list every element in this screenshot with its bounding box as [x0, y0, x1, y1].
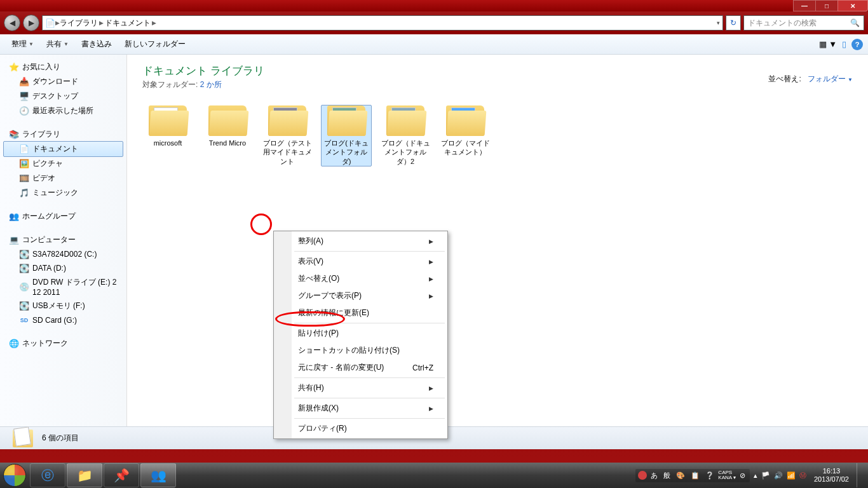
- sidebar-item-music[interactable]: 🎵ミュージック: [0, 186, 126, 200]
- folder-icon: [149, 105, 187, 136]
- toolbar-share[interactable]: 共有 ▼: [40, 36, 75, 52]
- library-locations-link[interactable]: 2 か所: [200, 80, 222, 89]
- ime-toolbar[interactable]: あ 般 🎨 📋 ❔ CAPSKANA ▾ ⊘: [635, 469, 750, 482]
- sidebar-item-documents[interactable]: 📄ドキュメント: [3, 141, 123, 157]
- toolbar-organize[interactable]: 整理 ▼: [5, 36, 40, 52]
- sidebar-homegroup-header[interactable]: 👥ホームグループ: [0, 209, 126, 224]
- address-bar[interactable]: 📄 ▶ ライブラリ ▶ ドキュメント ▶ ▾: [42, 15, 723, 30]
- sort-value[interactable]: フォルダー ▼: [808, 74, 853, 85]
- star-icon: ⭐: [9, 62, 19, 72]
- drive-icon: 💽: [19, 249, 29, 259]
- taskbar-pin[interactable]: 📌: [104, 463, 139, 487]
- folder-item[interactable]: ブログ（テスト用マイドキュメント: [262, 105, 313, 166]
- breadcrumb-item[interactable]: ライブラリ: [60, 18, 98, 29]
- menu-refresh[interactable]: 最新の情報に更新(E): [275, 304, 446, 322]
- search-box[interactable]: ドキュメントの検索 🔍: [743, 15, 864, 30]
- folder-label: ブログ(ドキュメントフォルダ): [322, 139, 371, 166]
- folder-item[interactable]: ブログ（マイドキュメント）: [440, 105, 491, 166]
- sidebar-item-downloads[interactable]: 📥ダウンロード: [0, 74, 126, 89]
- toolbar-burn[interactable]: 書き込み: [75, 36, 118, 52]
- taskbar-messenger[interactable]: 👥: [140, 463, 176, 487]
- folder-list: microsoft Trend Micro ブログ（テスト用マイドキュメント ブ…: [142, 105, 853, 166]
- music-icon: 🎵: [19, 188, 29, 198]
- desktop-icon: 🖥️: [19, 92, 29, 102]
- tray-flag-icon[interactable]: 🏳️: [761, 471, 770, 480]
- folder-icon: [268, 105, 306, 136]
- nav-forward-button[interactable]: ▶: [23, 15, 39, 31]
- library-icon: 📚: [9, 130, 19, 140]
- search-icon: 🔍: [850, 18, 860, 27]
- toolbar: 整理 ▼ 共有 ▼ 書き込み 新しいフォルダー ▦ ▼ ▯ ?: [0, 34, 868, 55]
- folder-item[interactable]: ブログ（ドキュメントフォルダ）2: [380, 105, 431, 166]
- breadcrumb-item[interactable]: ドキュメント: [105, 18, 151, 29]
- menu-paste-shortcut[interactable]: ショートカットの貼り付け(S): [275, 342, 446, 359]
- sidebar-item-drive-e[interactable]: 💿DVD RW ドライブ (E:) 2 12 2011: [0, 275, 126, 299]
- drive-icon: 💽: [19, 263, 29, 273]
- menu-sort[interactable]: 並べ替え(O)▶: [275, 270, 446, 287]
- start-button[interactable]: [0, 463, 29, 488]
- taskbar-explorer[interactable]: 📁: [67, 463, 102, 487]
- maximize-button[interactable]: □: [815, 0, 838, 11]
- preview-pane-button[interactable]: ▯: [842, 39, 846, 49]
- sidebar-favorites-header[interactable]: ⭐お気に入り: [0, 60, 126, 74]
- content-pane[interactable]: ドキュメント ライブラリ 対象フォルダー: 2 か所 並べ替え: フォルダー ▼…: [127, 55, 868, 426]
- folder-label: microsoft: [142, 139, 193, 147]
- sidebar-item-drive-f[interactable]: 💽USBメモリ (F:): [0, 299, 126, 313]
- document-icon: 📄: [19, 144, 29, 154]
- close-button[interactable]: ✕: [837, 0, 868, 11]
- taskbar-ie[interactable]: ⓔ: [30, 463, 65, 487]
- folder-icon: [208, 105, 247, 136]
- folder-item[interactable]: microsoft: [142, 105, 193, 166]
- refresh-button[interactable]: ↻: [726, 15, 741, 30]
- menu-new[interactable]: 新規作成(X)▶: [275, 400, 446, 417]
- folder-icon: [446, 105, 484, 136]
- menu-undo[interactable]: 元に戻す - 名前の変更(U)Ctrl+Z: [275, 359, 446, 376]
- taskbar-clock[interactable]: 16:13 2013/07/02: [810, 467, 853, 484]
- tray-mcafee-icon[interactable]: Ⓜ: [799, 471, 806, 480]
- menu-view[interactable]: 表示(V)▶: [275, 253, 446, 270]
- sidebar-item-pictures[interactable]: 🖼️ピクチャ: [0, 156, 126, 171]
- dvd-icon: 💿: [19, 282, 29, 292]
- folder-label: ブログ（テスト用マイドキュメント: [262, 139, 313, 166]
- sidebar-computer-header[interactable]: 💻コンピューター: [0, 233, 126, 247]
- sidebar-libraries-header[interactable]: 📚ライブラリ: [0, 127, 126, 142]
- taskbar: ⓔ 📁 📌 👥 あ 般 🎨 📋 ❔ CAPSKANA ▾ ⊘ ▴ 🏳️ 🔊 📶 …: [0, 463, 868, 488]
- address-row: ◀ ▶ 📄 ▶ ライブラリ ▶ ドキュメント ▶ ▾ ↻ ドキュメントの検索 🔍: [0, 11, 868, 34]
- nav-back-button[interactable]: ◀: [4, 15, 20, 31]
- folder-item[interactable]: Trend Micro: [202, 105, 253, 166]
- library-subtitle: 対象フォルダー: 2 か所: [142, 79, 853, 90]
- toolbar-newfolder[interactable]: 新しいフォルダー: [118, 36, 192, 52]
- view-icon-button[interactable]: ▦ ▼: [819, 39, 837, 49]
- folder-icon: [327, 105, 365, 136]
- sidebar-network-header[interactable]: 🌐ネットワーク: [0, 336, 126, 351]
- tray-network-icon[interactable]: 📶: [787, 471, 796, 480]
- status-text: 6 個の項目: [42, 433, 79, 444]
- menu-sharewith[interactable]: 共有(H)▶: [275, 379, 446, 396]
- menu-properties[interactable]: プロパティ(R): [275, 420, 446, 437]
- sidebar-item-videos[interactable]: 🎞️ビデオ: [0, 171, 126, 186]
- sidebar-item-drive-d[interactable]: 💽DATA (D:): [0, 261, 126, 275]
- homegroup-icon: 👥: [9, 212, 19, 222]
- folder-label: ブログ（ドキュメントフォルダ）2: [380, 139, 431, 166]
- show-desktop-button[interactable]: [857, 463, 864, 487]
- download-icon: 📥: [19, 77, 29, 87]
- sidebar-item-drive-g[interactable]: SDSD Card (G:): [0, 313, 126, 327]
- folder-item[interactable]: ブログ(ドキュメントフォルダ): [321, 105, 372, 166]
- menu-paste[interactable]: 貼り付け(P): [275, 325, 446, 342]
- tray-speaker-icon[interactable]: 🔊: [774, 471, 783, 480]
- sort-label: 並べ替え:: [768, 74, 801, 85]
- help-icon[interactable]: ?: [851, 39, 863, 50]
- menu-arrange[interactable]: 整列(A)▶: [275, 233, 446, 250]
- network-icon: 🌐: [9, 339, 19, 349]
- status-icon: [13, 430, 33, 447]
- sidebar: ⭐お気に入り 📥ダウンロード 🖥️デスクトップ 🕘最近表示した場所 📚ライブラリ…: [0, 55, 127, 426]
- menu-group[interactable]: グループで表示(P)▶: [275, 287, 446, 304]
- sidebar-item-drive-c[interactable]: 💽S3A7824D002 (C:): [0, 247, 126, 261]
- sidebar-item-recent[interactable]: 🕘最近表示した場所: [0, 104, 126, 118]
- folder-icon: [386, 105, 424, 136]
- sidebar-item-desktop[interactable]: 🖥️デスクトップ: [0, 89, 126, 104]
- tray-expand-icon[interactable]: ▴: [754, 471, 757, 480]
- usb-icon: 💽: [19, 301, 29, 311]
- minimize-button[interactable]: —: [793, 0, 816, 11]
- video-icon: 🎞️: [19, 173, 29, 184]
